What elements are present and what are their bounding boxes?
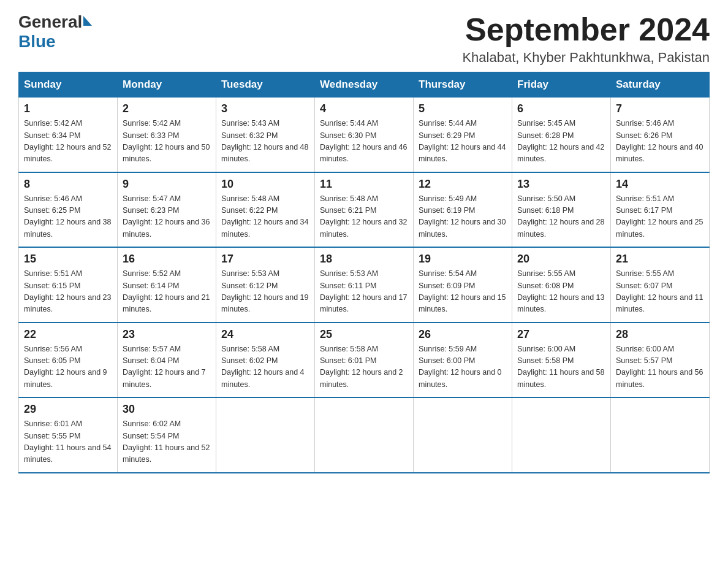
day-info: Sunrise: 5:50 AMSunset: 6:18 PMDaylight:… <box>517 193 605 241</box>
day-number: 6 <box>517 102 605 115</box>
weekday-header-row: SundayMondayTuesdayWednesdayThursdayFrid… <box>19 72 710 98</box>
calendar-cell: 24Sunrise: 5:58 AMSunset: 6:02 PMDayligh… <box>216 323 315 398</box>
calendar-cell: 4Sunrise: 5:44 AMSunset: 6:30 PMDaylight… <box>315 98 414 172</box>
day-number: 21 <box>616 253 704 266</box>
weekday-header-tuesday: Tuesday <box>216 72 315 98</box>
weekday-header-saturday: Saturday <box>611 72 710 98</box>
day-info: Sunrise: 5:51 AMSunset: 6:15 PMDaylight:… <box>24 268 112 316</box>
day-info: Sunrise: 5:42 AMSunset: 6:34 PMDaylight:… <box>24 118 112 166</box>
calendar-table: SundayMondayTuesdayWednesdayThursdayFrid… <box>18 72 710 473</box>
day-number: 17 <box>221 253 309 266</box>
day-info: Sunrise: 5:53 AMSunset: 6:11 PMDaylight:… <box>320 268 408 316</box>
day-info: Sunrise: 5:47 AMSunset: 6:23 PMDaylight:… <box>123 193 211 241</box>
day-number: 3 <box>221 102 309 115</box>
day-info: Sunrise: 5:45 AMSunset: 6:28 PMDaylight:… <box>517 118 605 166</box>
day-info: Sunrise: 5:53 AMSunset: 6:12 PMDaylight:… <box>221 268 309 316</box>
day-info: Sunrise: 5:55 AMSunset: 6:07 PMDaylight:… <box>616 268 704 316</box>
day-info: Sunrise: 5:43 AMSunset: 6:32 PMDaylight:… <box>221 118 309 166</box>
calendar-cell <box>216 397 315 473</box>
day-number: 14 <box>616 178 704 191</box>
month-title: September 2024 <box>462 12 710 47</box>
day-info: Sunrise: 5:49 AMSunset: 6:19 PMDaylight:… <box>419 193 507 241</box>
day-info: Sunrise: 6:02 AMSunset: 5:54 PMDaylight:… <box>123 418 211 466</box>
day-info: Sunrise: 6:00 AMSunset: 5:57 PMDaylight:… <box>616 343 704 391</box>
weekday-header-wednesday: Wednesday <box>315 72 414 98</box>
day-number: 30 <box>123 403 211 416</box>
day-number: 10 <box>221 178 309 191</box>
day-number: 1 <box>24 102 112 115</box>
day-number: 8 <box>24 178 112 191</box>
calendar-cell: 20Sunrise: 5:55 AMSunset: 6:08 PMDayligh… <box>512 247 611 323</box>
calendar-cell: 28Sunrise: 6:00 AMSunset: 5:57 PMDayligh… <box>611 323 710 398</box>
day-number: 7 <box>616 102 704 115</box>
calendar-cell: 30Sunrise: 6:02 AMSunset: 5:54 PMDayligh… <box>118 397 216 473</box>
calendar-cell <box>611 397 710 473</box>
day-info: Sunrise: 5:42 AMSunset: 6:33 PMDaylight:… <box>123 118 211 166</box>
day-number: 19 <box>419 253 507 266</box>
calendar-cell: 6Sunrise: 5:45 AMSunset: 6:28 PMDaylight… <box>512 98 611 172</box>
calendar-cell: 16Sunrise: 5:52 AMSunset: 6:14 PMDayligh… <box>118 247 216 323</box>
calendar-cell: 23Sunrise: 5:57 AMSunset: 6:04 PMDayligh… <box>118 323 216 398</box>
day-info: Sunrise: 5:44 AMSunset: 6:30 PMDaylight:… <box>320 118 408 166</box>
calendar-cell: 13Sunrise: 5:50 AMSunset: 6:18 PMDayligh… <box>512 172 611 248</box>
calendar-cell: 3Sunrise: 5:43 AMSunset: 6:32 PMDaylight… <box>216 98 315 172</box>
day-info: Sunrise: 5:48 AMSunset: 6:21 PMDaylight:… <box>320 193 408 241</box>
week-row-5: 29Sunrise: 6:01 AMSunset: 5:55 PMDayligh… <box>19 397 710 473</box>
logo-blue-text: Blue <box>18 32 56 52</box>
calendar-cell: 7Sunrise: 5:46 AMSunset: 6:26 PMDaylight… <box>611 98 710 172</box>
week-row-3: 15Sunrise: 5:51 AMSunset: 6:15 PMDayligh… <box>19 247 710 323</box>
calendar-cell: 1Sunrise: 5:42 AMSunset: 6:34 PMDaylight… <box>19 98 118 172</box>
day-number: 5 <box>419 102 507 115</box>
calendar-cell: 14Sunrise: 5:51 AMSunset: 6:17 PMDayligh… <box>611 172 710 248</box>
calendar-cell: 19Sunrise: 5:54 AMSunset: 6:09 PMDayligh… <box>414 247 512 323</box>
logo: General Blue <box>18 12 92 52</box>
day-info: Sunrise: 5:51 AMSunset: 6:17 PMDaylight:… <box>616 193 704 241</box>
weekday-header-sunday: Sunday <box>19 72 118 98</box>
calendar-cell: 15Sunrise: 5:51 AMSunset: 6:15 PMDayligh… <box>19 247 118 323</box>
title-block: September 2024 Khalabat, Khyber Pakhtunk… <box>462 12 710 66</box>
calendar-cell: 10Sunrise: 5:48 AMSunset: 6:22 PMDayligh… <box>216 172 315 248</box>
weekday-header-monday: Monday <box>118 72 216 98</box>
day-info: Sunrise: 5:46 AMSunset: 6:25 PMDaylight:… <box>24 193 112 241</box>
logo-triangle-icon <box>83 16 92 26</box>
week-row-2: 8Sunrise: 5:46 AMSunset: 6:25 PMDaylight… <box>19 172 710 248</box>
calendar-cell: 21Sunrise: 5:55 AMSunset: 6:07 PMDayligh… <box>611 247 710 323</box>
calendar-cell: 18Sunrise: 5:53 AMSunset: 6:11 PMDayligh… <box>315 247 414 323</box>
day-info: Sunrise: 5:48 AMSunset: 6:22 PMDaylight:… <box>221 193 309 241</box>
day-number: 26 <box>419 328 507 341</box>
day-info: Sunrise: 5:54 AMSunset: 6:09 PMDaylight:… <box>419 268 507 316</box>
week-row-1: 1Sunrise: 5:42 AMSunset: 6:34 PMDaylight… <box>19 98 710 172</box>
calendar-cell: 12Sunrise: 5:49 AMSunset: 6:19 PMDayligh… <box>414 172 512 248</box>
calendar-cell: 22Sunrise: 5:56 AMSunset: 6:05 PMDayligh… <box>19 323 118 398</box>
day-info: Sunrise: 5:46 AMSunset: 6:26 PMDaylight:… <box>616 118 704 166</box>
weekday-header-friday: Friday <box>512 72 611 98</box>
calendar-cell: 17Sunrise: 5:53 AMSunset: 6:12 PMDayligh… <box>216 247 315 323</box>
day-number: 2 <box>123 102 211 115</box>
calendar-cell <box>414 397 512 473</box>
week-row-4: 22Sunrise: 5:56 AMSunset: 6:05 PMDayligh… <box>19 323 710 398</box>
day-info: Sunrise: 5:58 AMSunset: 6:02 PMDaylight:… <box>221 343 309 391</box>
day-info: Sunrise: 6:01 AMSunset: 5:55 PMDaylight:… <box>24 418 112 466</box>
day-number: 22 <box>24 328 112 341</box>
day-info: Sunrise: 5:57 AMSunset: 6:04 PMDaylight:… <box>123 343 211 391</box>
weekday-header-thursday: Thursday <box>414 72 512 98</box>
day-number: 25 <box>320 328 408 341</box>
calendar-cell: 5Sunrise: 5:44 AMSunset: 6:29 PMDaylight… <box>414 98 512 172</box>
day-number: 11 <box>320 178 408 191</box>
calendar-cell: 2Sunrise: 5:42 AMSunset: 6:33 PMDaylight… <box>118 98 216 172</box>
day-number: 29 <box>24 403 112 416</box>
calendar-cell: 9Sunrise: 5:47 AMSunset: 6:23 PMDaylight… <box>118 172 216 248</box>
calendar-cell: 25Sunrise: 5:58 AMSunset: 6:01 PMDayligh… <box>315 323 414 398</box>
logo-general-text: General <box>18 12 82 32</box>
day-number: 9 <box>123 178 211 191</box>
calendar-cell <box>512 397 611 473</box>
day-info: Sunrise: 5:58 AMSunset: 6:01 PMDaylight:… <box>320 343 408 391</box>
day-info: Sunrise: 5:52 AMSunset: 6:14 PMDaylight:… <box>123 268 211 316</box>
day-info: Sunrise: 5:56 AMSunset: 6:05 PMDaylight:… <box>24 343 112 391</box>
day-number: 18 <box>320 253 408 266</box>
day-info: Sunrise: 5:44 AMSunset: 6:29 PMDaylight:… <box>419 118 507 166</box>
day-info: Sunrise: 6:00 AMSunset: 5:58 PMDaylight:… <box>517 343 605 391</box>
day-number: 16 <box>123 253 211 266</box>
day-number: 28 <box>616 328 704 341</box>
day-info: Sunrise: 5:59 AMSunset: 6:00 PMDaylight:… <box>419 343 507 391</box>
